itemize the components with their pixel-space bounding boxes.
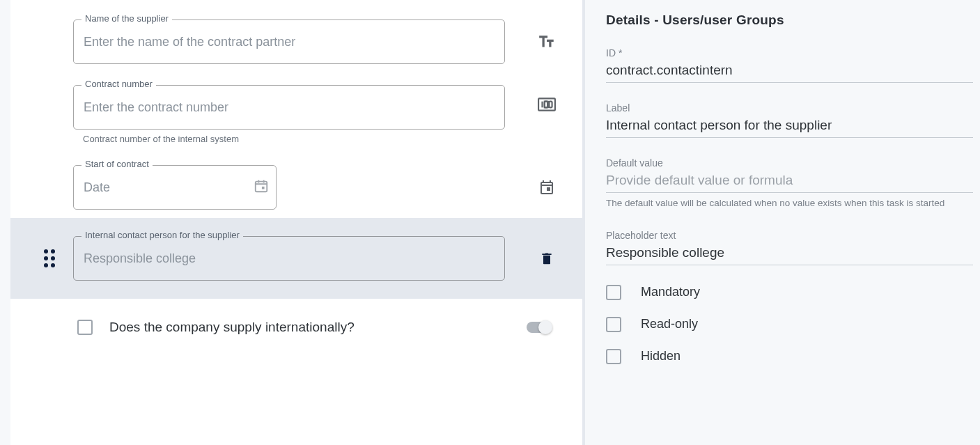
- svg-rect-4: [256, 182, 267, 192]
- readonly-checkbox[interactable]: [606, 317, 621, 332]
- option-mandatory[interactable]: Mandatory: [606, 285, 973, 300]
- field-row-supplier-name[interactable]: Name of the supplier: [10, 7, 582, 72]
- field-legend: Internal contact person for the supplier: [81, 230, 243, 240]
- date-picker-icon[interactable]: [254, 178, 269, 196]
- details-id-field: ID *: [606, 47, 973, 83]
- form-builder-panel: Name of the supplier Contract number Con…: [10, 0, 585, 445]
- details-label-label: Label: [606, 102, 973, 114]
- drag-handle-icon[interactable]: [44, 249, 55, 267]
- readonly-label: Read-only: [641, 317, 698, 331]
- details-label-field: Label: [606, 102, 973, 138]
- field-row-contract-number[interactable]: Contract number Contract number of the i…: [10, 72, 582, 153]
- option-hidden[interactable]: Hidden: [606, 349, 973, 364]
- svg-rect-3: [549, 102, 552, 108]
- details-placeholder-field: Placeholder text: [606, 230, 973, 265]
- field-helper: Contract number of the internal system: [83, 134, 531, 144]
- number-type-icon: [531, 97, 563, 111]
- field-main: Contract number Contract number of the i…: [73, 85, 531, 144]
- delete-field-button[interactable]: [531, 250, 563, 267]
- internal-contact-input[interactable]: [84, 251, 495, 266]
- details-title: Details - Users/user Groups: [606, 13, 973, 28]
- svg-rect-1: [541, 102, 543, 108]
- details-placeholder-label: Placeholder text: [606, 230, 973, 241]
- supplier-name-input-wrapper: Name of the supplier: [73, 19, 505, 64]
- field-main: Name of the supplier: [73, 19, 531, 64]
- field-main: Internal contact person for the supplier: [73, 236, 531, 281]
- supplier-name-input[interactable]: [84, 35, 495, 49]
- option-readonly[interactable]: Read-only: [606, 317, 973, 332]
- svg-rect-2: [545, 102, 547, 108]
- details-label-input[interactable]: [606, 116, 973, 138]
- mandatory-checkbox[interactable]: [606, 285, 621, 300]
- intl-supply-checkbox[interactable]: [77, 320, 93, 335]
- field-main: Start of contract: [73, 165, 531, 210]
- text-type-icon: [531, 33, 563, 51]
- internal-contact-input-wrapper: Internal contact person for the supplier: [73, 236, 505, 281]
- field-row-intl-supply[interactable]: Does the company supply internationally?: [10, 299, 582, 349]
- contract-number-input-wrapper: Contract number: [73, 85, 505, 130]
- contract-start-input-wrapper: Start of contract: [73, 165, 277, 210]
- intl-supply-label: Does the company supply internationally?: [109, 320, 355, 335]
- details-panel: Details - Users/user Groups ID * Label D…: [585, 0, 980, 445]
- contract-start-input[interactable]: [84, 180, 266, 195]
- mandatory-label: Mandatory: [641, 285, 700, 299]
- field-legend: Start of contract: [81, 159, 153, 169]
- hidden-label: Hidden: [641, 349, 680, 364]
- details-id-input[interactable]: [606, 61, 973, 83]
- details-default-helper: The default value will be calculated whe…: [606, 197, 973, 210]
- hidden-checkbox[interactable]: [606, 349, 621, 364]
- field-legend: Contract number: [81, 79, 156, 89]
- details-options: Mandatory Read-only Hidden: [606, 285, 973, 364]
- field-row-internal-contact[interactable]: Internal contact person for the supplier: [10, 218, 582, 299]
- contract-number-input[interactable]: [84, 100, 495, 115]
- details-default-field: Default value The default value will be …: [606, 157, 973, 210]
- svg-rect-5: [262, 187, 265, 189]
- field-row-contract-start[interactable]: Start of contract: [10, 153, 582, 218]
- details-id-label: ID *: [606, 47, 973, 58]
- details-placeholder-input[interactable]: [606, 244, 973, 265]
- form-fields-container: Name of the supplier Contract number Con…: [10, 0, 582, 349]
- details-default-input[interactable]: [606, 171, 973, 193]
- toggle-type-icon: [527, 322, 550, 333]
- field-legend: Name of the supplier: [81, 13, 172, 24]
- details-default-label: Default value: [606, 157, 973, 169]
- date-type-icon: [531, 179, 563, 196]
